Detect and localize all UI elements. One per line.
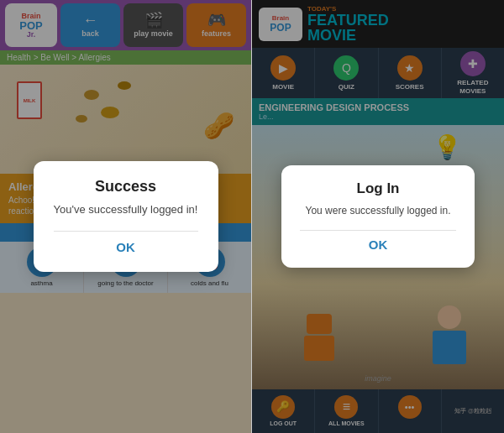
success-message: You've successfully logged in! [54, 202, 198, 217]
login-message: You were successfully logged in. [300, 204, 456, 218]
login-modal: Log In You were successfully logged in. … [281, 165, 475, 268]
right-panel: Brain POP TODAY'S FEATURED MOVIE ▶ MOVIE… [252, 0, 504, 433]
modal-divider [54, 231, 198, 232]
success-title: Success [54, 178, 198, 196]
success-modal-overlay: Success You've successfully logged in! O… [0, 0, 251, 433]
left-panel: Brain POP Jr. ← back 🎬 play movie 🎮 feat… [0, 0, 252, 433]
login-divider [300, 230, 456, 231]
login-modal-overlay: Log In You were successfully logged in. … [252, 0, 504, 433]
success-modal: Success You've successfully logged in! O… [34, 161, 218, 272]
success-ok-button[interactable]: OK [54, 240, 198, 254]
login-ok-button[interactable]: OK [300, 237, 456, 252]
login-title: Log In [300, 180, 456, 197]
